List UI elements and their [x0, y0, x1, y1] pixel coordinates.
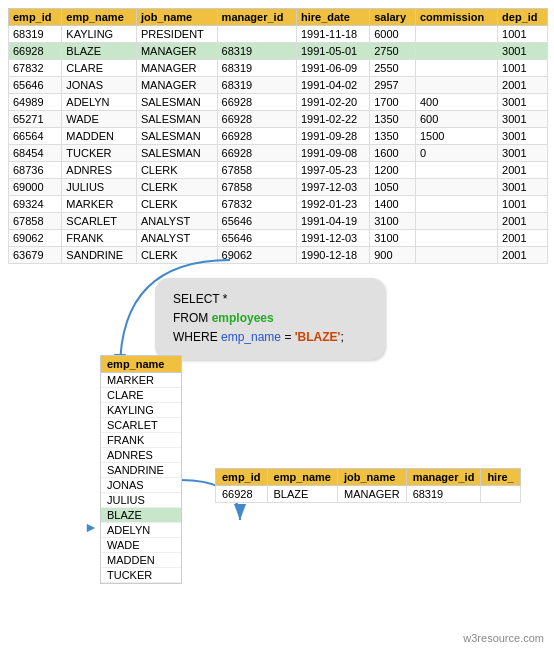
table-cell: 2957 [370, 77, 416, 94]
table-cell: 67858 [217, 179, 296, 196]
table-cell: 1991-11-18 [296, 26, 369, 43]
table-cell: SALESMAN [136, 145, 217, 162]
table-cell: 1991-12-03 [296, 230, 369, 247]
table-cell: ADELYN [62, 94, 137, 111]
table-cell: 1500 [415, 128, 497, 145]
table-cell: JONAS [62, 77, 137, 94]
table-cell: 67858 [217, 162, 296, 179]
table-cell: 66564 [9, 128, 62, 145]
table-row: 67832CLAREMANAGER683191991-06-0925501001 [9, 60, 548, 77]
table-cell [415, 247, 497, 264]
table-cell: KAYLING [62, 26, 137, 43]
table-cell: TUCKER [62, 145, 137, 162]
table-cell: 3001 [498, 128, 548, 145]
sql-line2: FROM employees [173, 309, 367, 328]
table-cell: 1997-12-03 [296, 179, 369, 196]
sql-line3: WHERE emp_name = 'BLAZE'; [173, 328, 367, 347]
table-cell: MANAGER [136, 60, 217, 77]
table-cell: 1001 [498, 196, 548, 213]
table-row: 67858SCARLETANALYST656461991-04-19310020… [9, 213, 548, 230]
list-items: MARKERCLAREKAYLINGSCARLETFRANKADNRESSAND… [101, 373, 181, 583]
table-cell: CLERK [136, 196, 217, 213]
table-cell: 1600 [370, 145, 416, 162]
table-cell: 2750 [370, 43, 416, 60]
col-header-dep_id: dep_id [498, 9, 548, 26]
table-cell: 2001 [498, 213, 548, 230]
table-cell: 66928 [217, 94, 296, 111]
table-cell: 65646 [217, 213, 296, 230]
table-cell: 2550 [370, 60, 416, 77]
table-cell: 1991-04-02 [296, 77, 369, 94]
table-cell: 3001 [498, 94, 548, 111]
col-header-emp_id: emp_id [9, 9, 62, 26]
table-cell: 1001 [498, 26, 548, 43]
list-item: MADDEN [101, 553, 181, 568]
table-cell: SCARLET [62, 213, 137, 230]
list-item: JONAS [101, 478, 181, 493]
table-cell: 3001 [498, 43, 548, 60]
list-item: WADE [101, 538, 181, 553]
table-cell: 1991-09-28 [296, 128, 369, 145]
table-cell: 2001 [498, 230, 548, 247]
table-cell: 6000 [370, 26, 416, 43]
table-cell: PRESIDENT [136, 26, 217, 43]
table-cell: CLARE [62, 60, 137, 77]
table-cell [415, 196, 497, 213]
table-cell: 68319 [217, 77, 296, 94]
table-cell: SALESMAN [136, 111, 217, 128]
table-row: 69000JULIUSCLERK678581997-12-0310503001 [9, 179, 548, 196]
table-cell: 64989 [9, 94, 62, 111]
table-cell [217, 26, 296, 43]
table-cell: 1992-01-23 [296, 196, 369, 213]
table-row: 68454TUCKERSALESMAN669281991-09-08160003… [9, 145, 548, 162]
table-cell [415, 60, 497, 77]
table-cell: 600 [415, 111, 497, 128]
main-table-container: emp_idemp_namejob_namemanager_idhire_dat… [8, 8, 548, 264]
result-table-cell: 66928 [216, 486, 268, 503]
list-item: ADELYN [101, 523, 181, 538]
result-table-row: 66928BLAZEMANAGER68319 [216, 486, 521, 503]
sql-box: SELECT * FROM employees WHERE emp_name =… [155, 278, 385, 360]
table-cell: 3001 [498, 111, 548, 128]
table-row: 66928BLAZEMANAGER683191991-05-0127503001 [9, 43, 548, 60]
sql-line1: SELECT * [173, 290, 367, 309]
table-cell: 1991-04-19 [296, 213, 369, 230]
table-cell: SANDRINE [62, 247, 137, 264]
table-cell: BLAZE [62, 43, 137, 60]
table-cell: SALESMAN [136, 94, 217, 111]
table-cell: 65271 [9, 111, 62, 128]
result-col-header: hire_ [481, 469, 520, 486]
list-item: BLAZE [101, 508, 181, 523]
col-header-hire_date: hire_date [296, 9, 369, 26]
table-row: 68736ADNRESCLERK678581997-05-2312002001 [9, 162, 548, 179]
table-cell: 3100 [370, 213, 416, 230]
table-cell: 1001 [498, 60, 548, 77]
table-cell: ANALYST [136, 230, 217, 247]
table-cell: CLERK [136, 179, 217, 196]
table-cell: 65646 [9, 77, 62, 94]
table-cell: 3100 [370, 230, 416, 247]
table-cell: 68319 [217, 43, 296, 60]
list-item: FRANK [101, 433, 181, 448]
table-cell: MANAGER [136, 43, 217, 60]
result-table-cell: BLAZE [267, 486, 337, 503]
table-cell: 1997-05-23 [296, 162, 369, 179]
table-cell: 65646 [217, 230, 296, 247]
table-cell: 67858 [9, 213, 62, 230]
table-row: 64989ADELYNSALESMAN669281991-02-20170040… [9, 94, 548, 111]
table-cell: CLERK [136, 247, 217, 264]
result-table-cell [481, 486, 520, 503]
table-row: 63679SANDRINECLERK690621990-12-189002001 [9, 247, 548, 264]
list-item: SANDRINE [101, 463, 181, 478]
table-cell: WADE [62, 111, 137, 128]
table-cell: 900 [370, 247, 416, 264]
table-cell: 67832 [9, 60, 62, 77]
table-cell: SALESMAN [136, 128, 217, 145]
table-cell: 1991-02-20 [296, 94, 369, 111]
table-cell: 66928 [217, 128, 296, 145]
list-item: MARKER [101, 373, 181, 388]
table-cell: 66928 [9, 43, 62, 60]
list-header: emp_name [101, 356, 181, 373]
table-cell [415, 230, 497, 247]
table-cell: 69324 [9, 196, 62, 213]
